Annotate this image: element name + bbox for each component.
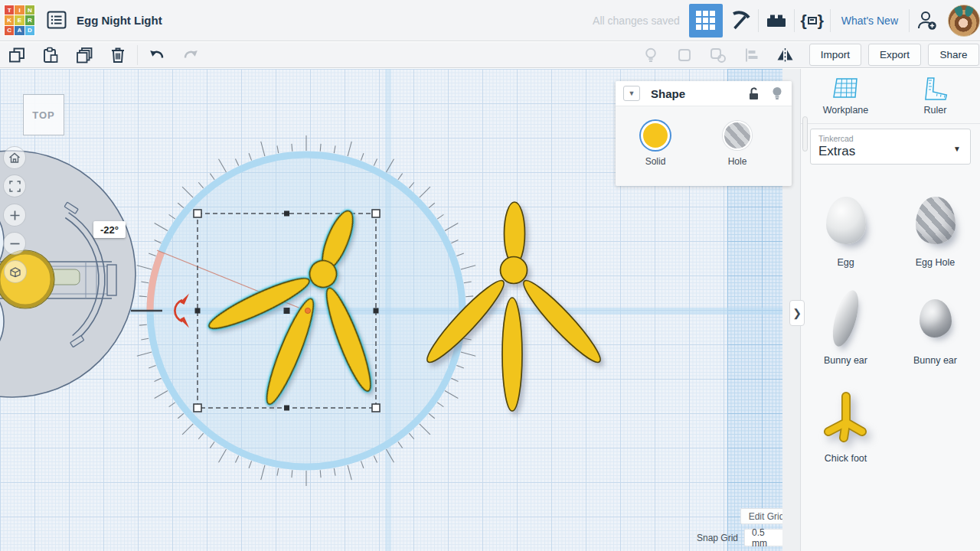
lightbulb-icon bbox=[770, 86, 784, 101]
paste-button[interactable] bbox=[34, 43, 67, 67]
group-icon bbox=[675, 46, 694, 64]
undo-icon bbox=[148, 46, 166, 64]
workplane-tool[interactable]: Workplane bbox=[801, 69, 890, 123]
zoom-out-button[interactable] bbox=[3, 232, 26, 255]
logo-tile: D bbox=[25, 26, 34, 35]
minus-icon bbox=[9, 238, 21, 249]
shape-panel-title: Shape bbox=[651, 87, 685, 100]
tinkercad-logo[interactable]: TINKERCAD bbox=[4, 5, 35, 36]
mirror-icon bbox=[776, 46, 795, 64]
duplicate-button[interactable] bbox=[67, 43, 101, 67]
zoom-in-button[interactable] bbox=[3, 204, 26, 227]
shape-panel-body: Solid Hole bbox=[616, 106, 792, 167]
copy-button[interactable] bbox=[0, 43, 34, 67]
visibility-button[interactable] bbox=[770, 86, 784, 101]
codeblocks-button[interactable]: {} bbox=[795, 4, 830, 37]
paste-icon bbox=[41, 46, 60, 64]
redo-icon bbox=[181, 46, 200, 64]
home-icon bbox=[8, 152, 21, 164]
scale-handle-top-right[interactable] bbox=[372, 210, 380, 217]
solid-material-swatch[interactable] bbox=[641, 121, 670, 150]
export-button[interactable]: Export bbox=[868, 44, 921, 66]
autosave-status: All changes saved bbox=[593, 15, 680, 27]
shape-item-egg[interactable]: Egg bbox=[801, 184, 890, 282]
whats-new-link[interactable]: What's New bbox=[831, 15, 909, 27]
hole-label: Hole bbox=[728, 156, 747, 167]
scale-handle-bottom-mid[interactable] bbox=[284, 406, 289, 411]
perspective-toggle-button[interactable] bbox=[4, 260, 27, 283]
shape-item-label: Egg bbox=[837, 257, 854, 268]
hole-material-swatch[interactable] bbox=[723, 121, 752, 150]
edit-toolbar: Import Export Share bbox=[0, 42, 980, 68]
plus-icon bbox=[9, 210, 21, 221]
view-cube[interactable]: TOP bbox=[23, 94, 64, 135]
ruler-tool[interactable]: Ruler bbox=[890, 69, 980, 123]
bunny-ear-thumbnail bbox=[828, 288, 864, 349]
scale-handle-left-mid[interactable] bbox=[195, 308, 201, 314]
app-header: TINKERCAD Egg Night Light All changes sa… bbox=[0, 0, 980, 41]
brick-export-button[interactable] bbox=[759, 4, 794, 37]
scale-handle-top-left[interactable] bbox=[194, 210, 201, 217]
shape-item-bunny-ear-1[interactable]: Bunny ear bbox=[801, 282, 890, 380]
person-add-icon bbox=[916, 9, 939, 32]
selection-center-handle[interactable] bbox=[284, 308, 290, 314]
helper-tools-row: Workplane Ruler bbox=[801, 69, 980, 124]
scale-handle-right-mid[interactable] bbox=[374, 308, 379, 314]
shape-item-chick-foot[interactable]: Chick foot bbox=[801, 380, 890, 478]
rotation-center-dot bbox=[305, 308, 310, 313]
share-button[interactable]: Share bbox=[928, 44, 979, 66]
dashboard-grid-button[interactable] bbox=[689, 4, 723, 37]
ungroup-button[interactable] bbox=[701, 43, 735, 67]
fit-view-button[interactable] bbox=[3, 174, 26, 197]
snap-grid-label: Snap Grid bbox=[680, 533, 738, 543]
logo-tile: I bbox=[15, 5, 24, 15]
logo-tile: T bbox=[5, 5, 14, 15]
redo-button[interactable] bbox=[174, 43, 207, 67]
shapes-sidebar: Workplane Ruler Tinkercad Extras ▼ Egg E… bbox=[800, 69, 980, 551]
scale-handle-bottom-left[interactable] bbox=[194, 404, 201, 412]
logo-tile: E bbox=[15, 15, 24, 24]
tinkercad-app: { "header": { "logo_tiles": [ {"ch":"T",… bbox=[0, 0, 980, 551]
scale-handle-top-mid[interactable] bbox=[284, 211, 289, 217]
logo-tile: C bbox=[5, 26, 14, 35]
sidebar-collapse-button[interactable]: ❯ bbox=[789, 300, 805, 326]
lock-open-icon bbox=[746, 86, 761, 101]
delete-button[interactable] bbox=[101, 43, 135, 67]
minecraft-export-button[interactable] bbox=[723, 4, 758, 37]
bunny-ear-thumbnail bbox=[920, 299, 952, 337]
sidebar-scrollbar[interactable] bbox=[802, 116, 808, 152]
logo-tile: R bbox=[25, 15, 34, 24]
import-button[interactable]: Import bbox=[809, 44, 861, 66]
edit-grid-button[interactable]: Edit Grid bbox=[740, 508, 782, 524]
duplicate-icon bbox=[75, 46, 94, 64]
shape-category-dropdown[interactable]: Tinkercad Extras ▼ bbox=[810, 129, 971, 165]
undo-button[interactable] bbox=[140, 43, 174, 67]
category-brand: Tinkercad bbox=[818, 134, 962, 143]
mirror-button[interactable] bbox=[769, 43, 802, 67]
ruler-icon bbox=[922, 77, 949, 101]
show-all-button[interactable] bbox=[634, 43, 668, 67]
list-icon bbox=[47, 11, 67, 29]
shape-item-label: Egg Hole bbox=[916, 257, 955, 268]
invite-collaborator-button[interactable] bbox=[910, 4, 945, 37]
logo-tile: K bbox=[5, 15, 14, 24]
workplane-label: Workplane bbox=[823, 105, 869, 116]
design-properties-button[interactable] bbox=[46, 11, 67, 31]
panel-collapse-button[interactable]: ▼ bbox=[623, 86, 640, 101]
codeblocks-icon: {} bbox=[801, 11, 824, 30]
separator bbox=[137, 45, 138, 65]
snap-grid-select[interactable]: 0.5 mm ▲ bbox=[744, 529, 782, 546]
shape-item-bunny-ear-2[interactable]: Bunny ear bbox=[890, 282, 980, 380]
logo-tile: A bbox=[15, 26, 24, 35]
ruler-label: Ruler bbox=[924, 105, 947, 116]
lock-button[interactable] bbox=[746, 86, 761, 101]
fit-view-icon bbox=[9, 181, 21, 192]
shape-item-egg-hole[interactable]: Egg Hole bbox=[890, 184, 980, 282]
egg-hole-thumbnail bbox=[916, 197, 956, 244]
group-button[interactable] bbox=[668, 43, 701, 67]
home-view-button[interactable] bbox=[3, 146, 26, 169]
user-avatar[interactable] bbox=[948, 5, 980, 37]
scale-handle-bottom-right[interactable] bbox=[372, 404, 380, 412]
snap-grid-value: 0.5 mm bbox=[752, 527, 782, 549]
align-button[interactable] bbox=[735, 43, 769, 67]
